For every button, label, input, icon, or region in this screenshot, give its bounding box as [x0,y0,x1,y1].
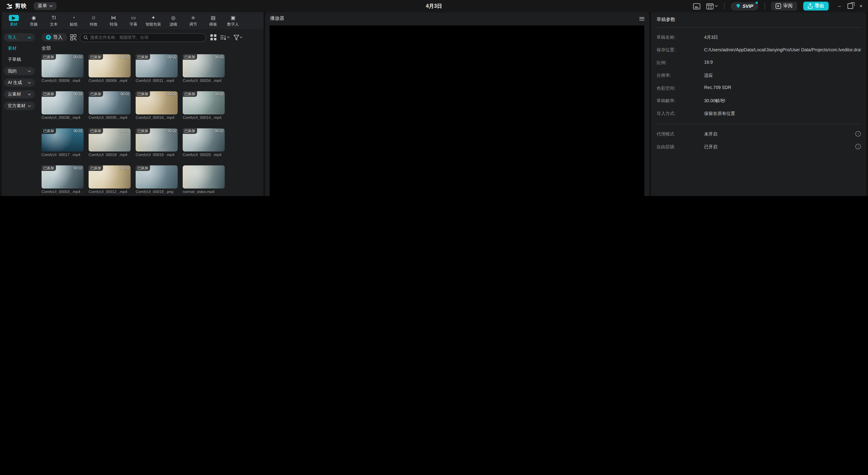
media-tile[interactable]: 已添加00:02ComfyUI_00012_.mp4 [89,165,131,194]
sort-button[interactable] [220,35,230,40]
qr-code-icon[interactable] [70,34,76,40]
tab-字幕[interactable]: ▭字幕 [124,12,144,29]
sidebar-item-官方素材[interactable]: 官方素材 [4,102,35,110]
tab-滤镜[interactable]: ◎滤镜 [163,12,183,29]
duration-badge: 00:02 [121,92,129,96]
sidebar-item-我的[interactable]: 我的 [4,67,35,75]
param-label: 分辨率: [656,73,704,79]
media-filename: ComfyUI_00003_.mp4 [41,190,84,194]
grid-view-icon[interactable] [210,34,216,40]
filter-button[interactable] [234,35,243,40]
review-button[interactable]: 审阅 [771,2,797,10]
media-filename: ComfyUI_00035_.mp4 [89,116,131,120]
svip-badge[interactable]: SVIP [731,2,758,10]
media-thumbnail: 已添加00:02 [89,128,131,151]
media-tile[interactable]: 已添加00:02ComfyUI_00011_.mp4 [136,54,178,82]
media-tile[interactable]: 已添加00:02ComfyUI_00017_.mp4 [41,128,84,157]
media-filename: ComfyUI_00020_.mp4 [183,152,225,157]
param-value: C:/Users/admin/AppData/Local/JianyingPro… [704,47,861,53]
diamond-icon [736,4,741,8]
param-label: 草稿帧率: [656,98,704,104]
音频-icon: ◉ [30,14,37,21]
restore-window-button[interactable] [847,3,853,9]
media-tile[interactable]: 已添加ComfyUI_00019_.png [136,165,178,194]
svip-notification-dot [755,1,758,4]
sidebar-item-素材[interactable]: 素材 [4,45,35,52]
info-icon[interactable]: i [855,144,861,149]
tab-文本[interactable]: TI文本 [44,12,64,29]
menu-button[interactable]: 菜单 [34,2,56,10]
数字人-icon: ▣ [230,14,236,21]
media-tile[interactable]: 已添加00:02ComfyUI_00016_.mp4 [136,91,178,120]
params-title: 草稿参数 [656,16,861,28]
tab-转场[interactable]: ⋈转场 [103,12,123,29]
media-filename: ComfyUI_00017_.mp4 [41,152,84,157]
media-thumbnail: 已添加00:02 [41,128,84,151]
media-tile[interactable]: 已添加00:02ComfyUI_00038_.mp4 [41,91,84,120]
media-filename: ComfyUI_00011_.mp4 [136,78,178,82]
minimize-button[interactable]: – [838,3,841,9]
tab-智能包装[interactable]: ✦智能包装 [144,12,163,29]
sidebar-item-导入[interactable]: 导入 [4,33,35,41]
duration-badge: 00:02 [215,92,223,96]
文本-icon: TI [51,14,57,21]
info-icon[interactable]: i [855,131,861,137]
chevron-down-icon [28,82,31,84]
video-preview[interactable] [270,26,645,196]
duration-badge: 00:02 [215,129,223,133]
tab-素材[interactable]: ▶素材 [4,12,24,29]
tab-贴纸[interactable]: ◔贴纸 [64,12,84,29]
tab-label: 字幕 [129,21,137,27]
close-button[interactable]: × [860,3,863,9]
notes-icon[interactable] [693,3,701,9]
param-label: 色彩空间: [656,85,704,91]
media-tile[interactable]: 已添加00:02ComfyUI_00006_.mp4 [41,54,84,82]
import-button[interactable]: + 导入 [41,33,67,41]
divider [724,3,725,9]
media-tile[interactable]: 已添加00:02ComfyUI_00035_.mp4 [89,91,131,120]
tab-数字人[interactable]: ▣数字人 [223,12,243,29]
media-tabs-bar: ▶素材◉音频TI文本◔贴纸✩特效⋈转场▭字幕✦智能包装◎滤镜≑调节▤模板▣数字人 [2,12,264,29]
search-icon [84,35,88,39]
layout-switch-button[interactable] [707,3,718,9]
search-input[interactable]: 搜索文件名称、画面情节、台词 [80,33,206,42]
tab-模板[interactable]: ▤模板 [203,12,223,29]
chevron-down-icon [240,36,243,38]
media-tile[interactable]: 已添加00:02ComfyUI_00020_.mp4 [183,128,225,157]
param-value: 保留在原有位置 [704,111,861,117]
media-filename: ComfyUI_00019_.mp4 [136,152,178,157]
media-thumbnail: 已添加00:02 [89,54,131,77]
tab-调节[interactable]: ≑调节 [183,12,203,29]
sidebar-item-AI 生成[interactable]: AI 生成 [4,78,35,87]
media-tile[interactable]: 已添加00:02ComfyUI_00018_.mp4 [89,128,131,157]
export-button[interactable]: 导出 [803,2,829,10]
sidebar-item-子草稿[interactable]: 子草稿 [4,56,35,63]
draft-params-panel: 草稿参数 草稿名称:4月3日保存位置:C:/Users/admin/AppDat… [651,12,866,196]
media-filename: ComfyUI_00019_.png [136,190,178,194]
added-badge: 已添加 [183,54,197,60]
media-thumbnail: 已添加00:02 [41,165,84,189]
media-filename: ComfyUI_00008_.mp4 [89,78,131,82]
tab-音频[interactable]: ◉音频 [24,12,43,29]
智能包装-icon: ✦ [150,14,157,21]
tab-特效[interactable]: ✩特效 [84,12,103,29]
added-badge: 已添加 [89,54,103,60]
duration-badge: 00:02 [167,55,177,59]
chevron-down-icon [28,93,31,95]
media-tile[interactable]: 已添加00:02ComfyUI_00014_.mp4 [183,91,225,120]
media-tile[interactable]: normal_video.mp4 [183,165,225,194]
param-row: 分辨率:适应 [656,73,861,79]
section-label: 全部 [41,45,259,52]
模板-icon: ▤ [210,14,216,21]
tab-label: 模板 [209,21,217,27]
media-tile[interactable]: 已添加00:02ComfyUI_00034_.mp4 [183,54,225,82]
sidebar-item-云素材[interactable]: 云素材 [4,90,35,98]
media-tile[interactable]: 已添加00:02ComfyUI_00019_.mp4 [136,128,178,157]
素材-icon: ▶ [9,14,19,21]
duration-badge: 00:02 [73,92,83,96]
added-badge: 已添加 [183,91,197,97]
media-filename: ComfyUI_00012_.mp4 [89,190,131,194]
media-tile[interactable]: 已添加00:02ComfyUI_00003_.mp4 [41,165,84,194]
media-tile[interactable]: 已添加00:02ComfyUI_00008_.mp4 [89,54,131,82]
player-menu-icon[interactable] [640,17,645,20]
